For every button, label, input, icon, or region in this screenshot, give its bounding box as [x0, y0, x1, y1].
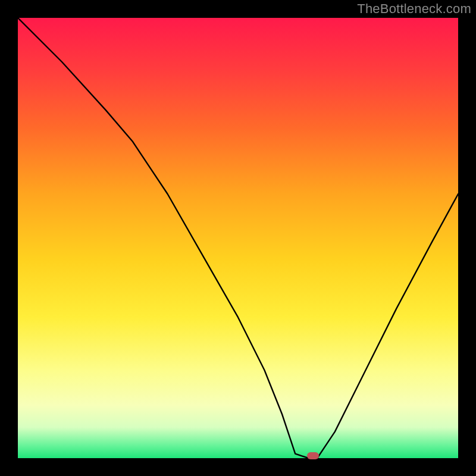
- watermark-text: TheBottleneck.com: [357, 1, 471, 17]
- chart-frame: TheBottleneck.com: [0, 0, 476, 476]
- optimum-marker: [307, 452, 319, 459]
- bottleneck-curve: [18, 18, 458, 458]
- plot-area: [18, 18, 458, 458]
